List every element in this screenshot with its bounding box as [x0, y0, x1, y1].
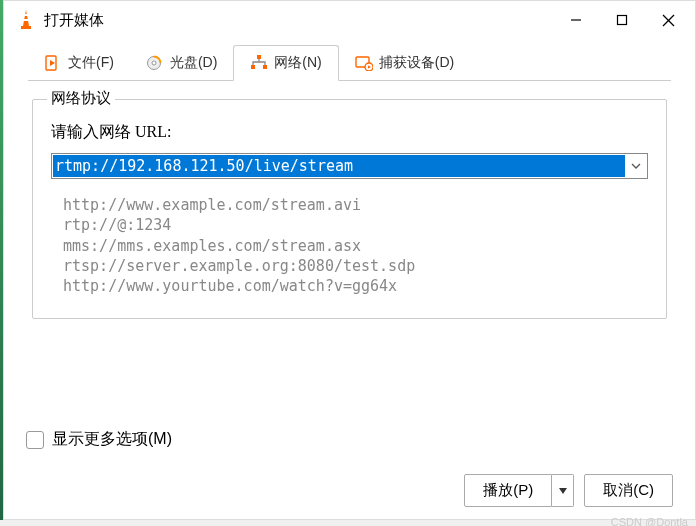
group-legend: 网络协议 — [47, 89, 115, 108]
more-options-label: 显示更多选项(M) — [52, 429, 172, 450]
svg-rect-12 — [257, 55, 261, 59]
vlc-cone-icon — [16, 8, 36, 32]
example-line: rtp://@:1234 — [63, 215, 648, 235]
tab-capture-label: 捕获设备(D) — [379, 54, 454, 72]
titlebar: 打开媒体 — [4, 1, 695, 39]
url-examples: http://www.example.com/stream.avi rtp://… — [63, 195, 648, 296]
svg-rect-1 — [24, 14, 28, 16]
example-line: http://www.yourtube.com/watch?v=gg64x — [63, 276, 648, 296]
svg-marker-0 — [23, 10, 29, 26]
url-input[interactable]: rtmp://192.168.121.50/live/stream — [53, 155, 625, 177]
url-combobox[interactable]: rtmp://192.168.121.50/live/stream — [51, 153, 648, 179]
tab-disc-label: 光盘(D) — [170, 54, 217, 72]
close-button[interactable] — [645, 4, 691, 36]
disc-icon — [146, 55, 164, 71]
network-icon — [250, 55, 268, 71]
tab-disc[interactable]: 光盘(D) — [130, 45, 233, 81]
tab-file[interactable]: 文件(F) — [28, 45, 130, 81]
network-protocol-group: 网络协议 请输入网络 URL: rtmp://192.168.121.50/li… — [32, 99, 667, 319]
example-line: http://www.example.com/stream.avi — [63, 195, 648, 215]
file-play-icon — [44, 55, 62, 71]
svg-point-11 — [152, 61, 156, 65]
chevron-down-icon[interactable] — [625, 163, 647, 169]
svg-rect-14 — [263, 65, 267, 69]
cancel-button[interactable]: 取消(C) — [584, 474, 673, 507]
tab-capture[interactable]: 捕获设备(D) — [339, 45, 470, 81]
window-title: 打开媒体 — [44, 11, 553, 30]
svg-marker-18 — [559, 488, 567, 494]
svg-marker-9 — [50, 60, 55, 66]
example-line: mms://mms.examples.com/stream.asx — [63, 236, 648, 256]
more-options-checkbox[interactable] — [26, 431, 44, 449]
example-line: rtsp://server.example.org:8080/test.sdp — [63, 256, 648, 276]
play-dropdown[interactable] — [552, 474, 574, 507]
svg-rect-2 — [23, 19, 28, 21]
minimize-button[interactable] — [553, 4, 599, 36]
url-prompt: 请输入网络 URL: — [51, 122, 648, 143]
open-media-dialog: 打开媒体 文件(F) 光盘(D) 网络(N) — [3, 0, 696, 520]
svg-rect-5 — [618, 16, 627, 25]
svg-rect-13 — [251, 65, 255, 69]
play-button[interactable]: 播放(P) — [464, 474, 552, 507]
tab-file-label: 文件(F) — [68, 54, 114, 72]
tab-bar: 文件(F) 光盘(D) 网络(N) 捕获设备(D) — [4, 45, 695, 81]
tab-network-label: 网络(N) — [274, 54, 321, 72]
maximize-button[interactable] — [599, 4, 645, 36]
show-more-options[interactable]: 显示更多选项(M) — [26, 429, 673, 450]
svg-rect-3 — [21, 26, 31, 29]
capture-device-icon — [355, 55, 373, 71]
tab-network[interactable]: 网络(N) — [233, 45, 338, 81]
watermark: CSDN @Dontla — [611, 516, 688, 526]
